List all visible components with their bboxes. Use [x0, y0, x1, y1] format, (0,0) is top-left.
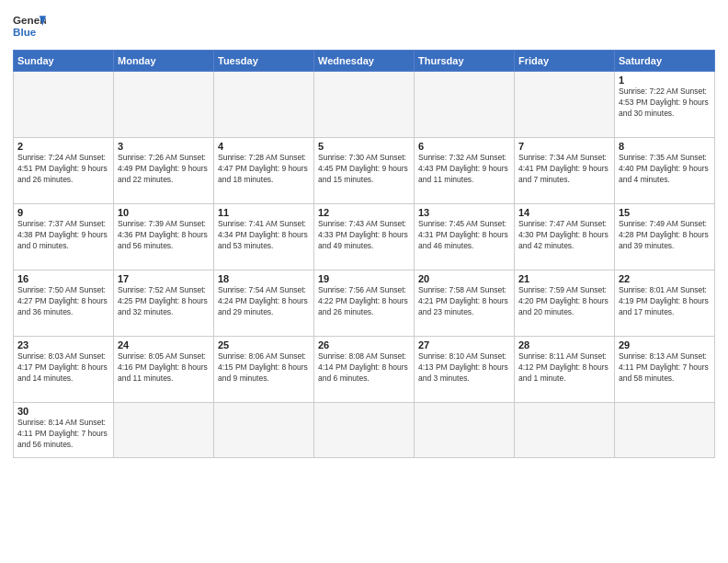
day-number: 17	[118, 273, 210, 284]
day-info: Sunrise: 7:24 AM Sunset: 4:51 PM Dayligh…	[17, 153, 109, 186]
weekday-header-saturday: Saturday	[615, 51, 715, 72]
calendar-day: 7Sunrise: 7:34 AM Sunset: 4:41 PM Daylig…	[515, 138, 615, 204]
day-number: 6	[418, 141, 510, 152]
day-info: Sunrise: 7:56 AM Sunset: 4:22 PM Dayligh…	[318, 285, 410, 318]
calendar-day	[615, 403, 715, 458]
day-number: 14	[518, 207, 610, 218]
day-number: 15	[619, 207, 711, 218]
day-number: 9	[17, 207, 109, 218]
weekday-header-tuesday: Tuesday	[214, 51, 314, 72]
day-info: Sunrise: 8:03 AM Sunset: 4:17 PM Dayligh…	[17, 351, 109, 385]
weekday-header-sunday: Sunday	[14, 51, 114, 72]
day-info: Sunrise: 8:05 AM Sunset: 4:16 PM Dayligh…	[118, 351, 210, 385]
calendar-week-4: 16Sunrise: 7:50 AM Sunset: 4:27 PM Dayli…	[14, 270, 715, 337]
calendar-day: 14Sunrise: 7:47 AM Sunset: 4:30 PM Dayli…	[515, 204, 615, 270]
day-number: 30	[17, 406, 109, 417]
calendar-day	[415, 72, 515, 138]
day-number: 4	[218, 141, 310, 152]
calendar-week-6: 30Sunrise: 8:14 AM Sunset: 4:11 PM Dayli…	[14, 403, 715, 458]
calendar-day: 5Sunrise: 7:30 AM Sunset: 4:45 PM Daylig…	[314, 138, 415, 204]
day-info: Sunrise: 7:26 AM Sunset: 4:49 PM Dayligh…	[118, 153, 210, 186]
calendar-day	[415, 403, 515, 458]
day-number: 20	[418, 273, 510, 284]
day-number: 26	[318, 339, 410, 350]
day-number: 25	[218, 339, 310, 350]
day-number: 10	[118, 207, 210, 218]
calendar-day: 18Sunrise: 7:54 AM Sunset: 4:24 PM Dayli…	[214, 270, 314, 337]
calendar-day: 29Sunrise: 8:13 AM Sunset: 4:11 PM Dayli…	[615, 337, 715, 403]
calendar-day: 22Sunrise: 8:01 AM Sunset: 4:19 PM Dayli…	[615, 270, 715, 337]
calendar-day: 25Sunrise: 8:06 AM Sunset: 4:15 PM Dayli…	[214, 337, 314, 403]
calendar-week-2: 2Sunrise: 7:24 AM Sunset: 4:51 PM Daylig…	[14, 138, 715, 204]
day-info: Sunrise: 7:37 AM Sunset: 4:38 PM Dayligh…	[17, 219, 109, 252]
day-info: Sunrise: 7:28 AM Sunset: 4:47 PM Dayligh…	[218, 153, 310, 186]
calendar-day: 13Sunrise: 7:45 AM Sunset: 4:31 PM Dayli…	[415, 204, 515, 270]
day-info: Sunrise: 7:22 AM Sunset: 4:53 PM Dayligh…	[619, 86, 711, 120]
calendar-week-3: 9Sunrise: 7:37 AM Sunset: 4:38 PM Daylig…	[14, 204, 715, 270]
day-info: Sunrise: 8:13 AM Sunset: 4:11 PM Dayligh…	[619, 351, 711, 385]
calendar-day	[515, 403, 615, 458]
weekday-header-wednesday: Wednesday	[314, 51, 415, 72]
calendar-day	[214, 72, 314, 138]
calendar-day: 1Sunrise: 7:22 AM Sunset: 4:53 PM Daylig…	[615, 72, 715, 138]
day-number: 19	[318, 273, 410, 284]
calendar-day: 3Sunrise: 7:26 AM Sunset: 4:49 PM Daylig…	[114, 138, 214, 204]
calendar-day: 10Sunrise: 7:39 AM Sunset: 4:36 PM Dayli…	[114, 204, 214, 270]
calendar-day	[515, 72, 615, 138]
day-number: 22	[619, 273, 711, 284]
day-number: 2	[17, 141, 109, 152]
weekday-header-thursday: Thursday	[415, 51, 515, 72]
day-number: 13	[418, 207, 510, 218]
day-info: Sunrise: 7:45 AM Sunset: 4:31 PM Dayligh…	[418, 219, 510, 252]
calendar-day: 30Sunrise: 8:14 AM Sunset: 4:11 PM Dayli…	[14, 403, 114, 458]
calendar-week-1: 1Sunrise: 7:22 AM Sunset: 4:53 PM Daylig…	[14, 72, 715, 138]
calendar-day	[114, 403, 214, 458]
calendar-day: 20Sunrise: 7:58 AM Sunset: 4:21 PM Dayli…	[415, 270, 515, 337]
calendar-day	[14, 72, 114, 138]
calendar-day: 23Sunrise: 8:03 AM Sunset: 4:17 PM Dayli…	[14, 337, 114, 403]
calendar-day: 19Sunrise: 7:56 AM Sunset: 4:22 PM Dayli…	[314, 270, 415, 337]
day-number: 5	[318, 141, 410, 152]
calendar-day: 24Sunrise: 8:05 AM Sunset: 4:16 PM Dayli…	[114, 337, 214, 403]
calendar-day: 17Sunrise: 7:52 AM Sunset: 4:25 PM Dayli…	[114, 270, 214, 337]
day-info: Sunrise: 7:59 AM Sunset: 4:20 PM Dayligh…	[518, 285, 610, 318]
day-info: Sunrise: 7:41 AM Sunset: 4:34 PM Dayligh…	[218, 219, 310, 252]
day-info: Sunrise: 7:30 AM Sunset: 4:45 PM Dayligh…	[318, 153, 410, 186]
calendar-week-5: 23Sunrise: 8:03 AM Sunset: 4:17 PM Dayli…	[14, 337, 715, 403]
calendar-day: 27Sunrise: 8:10 AM Sunset: 4:13 PM Dayli…	[415, 337, 515, 403]
calendar-day: 9Sunrise: 7:37 AM Sunset: 4:38 PM Daylig…	[14, 204, 114, 270]
day-info: Sunrise: 8:01 AM Sunset: 4:19 PM Dayligh…	[619, 285, 711, 318]
calendar-day: 12Sunrise: 7:43 AM Sunset: 4:33 PM Dayli…	[314, 204, 415, 270]
weekday-header-row: SundayMondayTuesdayWednesdayThursdayFrid…	[14, 51, 715, 72]
day-info: Sunrise: 7:49 AM Sunset: 4:28 PM Dayligh…	[619, 219, 711, 252]
weekday-header-friday: Friday	[515, 51, 615, 72]
logo-icon: General Blue	[13, 9, 46, 42]
day-number: 16	[17, 273, 109, 284]
calendar-day: 16Sunrise: 7:50 AM Sunset: 4:27 PM Dayli…	[14, 270, 114, 337]
day-number: 21	[518, 273, 610, 284]
calendar-day: 21Sunrise: 7:59 AM Sunset: 4:20 PM Dayli…	[515, 270, 615, 337]
day-number: 12	[318, 207, 410, 218]
day-number: 8	[619, 141, 711, 152]
weekday-header-monday: Monday	[114, 51, 214, 72]
day-info: Sunrise: 7:47 AM Sunset: 4:30 PM Dayligh…	[518, 219, 610, 252]
calendar-day: 15Sunrise: 7:49 AM Sunset: 4:28 PM Dayli…	[615, 204, 715, 270]
day-info: Sunrise: 8:08 AM Sunset: 4:14 PM Dayligh…	[318, 351, 410, 385]
calendar-day: 26Sunrise: 8:08 AM Sunset: 4:14 PM Dayli…	[314, 337, 415, 403]
page-header: General Blue	[13, 9, 715, 42]
day-info: Sunrise: 7:43 AM Sunset: 4:33 PM Dayligh…	[318, 219, 410, 252]
calendar-day: 6Sunrise: 7:32 AM Sunset: 4:43 PM Daylig…	[415, 138, 515, 204]
day-number: 18	[218, 273, 310, 284]
calendar-day: 11Sunrise: 7:41 AM Sunset: 4:34 PM Dayli…	[214, 204, 314, 270]
calendar-day: 28Sunrise: 8:11 AM Sunset: 4:12 PM Dayli…	[515, 337, 615, 403]
day-info: Sunrise: 7:58 AM Sunset: 4:21 PM Dayligh…	[418, 285, 510, 318]
day-number: 3	[118, 141, 210, 152]
day-number: 23	[17, 339, 109, 350]
day-number: 1	[619, 75, 711, 86]
day-info: Sunrise: 7:52 AM Sunset: 4:25 PM Dayligh…	[118, 285, 210, 318]
calendar-day: 4Sunrise: 7:28 AM Sunset: 4:47 PM Daylig…	[214, 138, 314, 204]
logo: General Blue	[13, 9, 46, 42]
day-number: 11	[218, 207, 310, 218]
calendar-day: 2Sunrise: 7:24 AM Sunset: 4:51 PM Daylig…	[14, 138, 114, 204]
day-info: Sunrise: 7:39 AM Sunset: 4:36 PM Dayligh…	[118, 219, 210, 252]
